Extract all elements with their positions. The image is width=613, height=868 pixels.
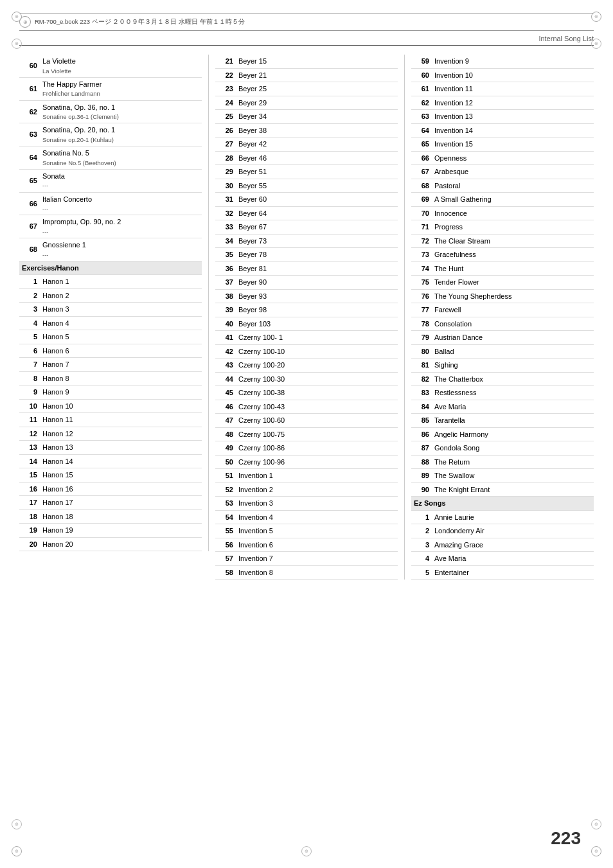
song-name: Sonatina No. 5Sonatine No.5 (Beethoven) (40, 146, 202, 170)
song-name: Beyer 51 (236, 165, 398, 179)
song-number: 72 (411, 234, 432, 248)
list-item: 47 Czerny 100-60 (215, 414, 398, 428)
song-name: Sonatina, Op. 36, no. 1Sonatine op.36-1 … (40, 100, 202, 123)
list-item: 45 Czerny 100-38 (215, 386, 398, 400)
col2-songs-table: 21 Beyer 15 22 Beyer 21 23 Beyer 25 24 B… (215, 55, 398, 580)
song-number: 81 (411, 359, 432, 373)
song-name: Ave Maria (432, 400, 594, 414)
list-item: 51 Invention 1 (215, 469, 398, 483)
song-name: Hanon 20 (40, 537, 202, 551)
list-item: 85 Tarantella (411, 414, 594, 428)
song-name: Czerny 100-10 (236, 344, 398, 359)
list-item: 32 Beyer 64 (215, 206, 398, 220)
song-name: Progress (432, 220, 594, 235)
list-item: 71 Progress (411, 220, 594, 235)
side-mark-br: ⊕ (591, 819, 601, 829)
list-item: 36 Beyer 81 (215, 261, 398, 276)
song-number: 31 (215, 193, 236, 207)
song-name: Czerny 100-75 (236, 427, 398, 441)
song-number: 36 (215, 261, 236, 276)
list-item: 41 Czerny 100- 1 (215, 331, 398, 345)
side-mark-tl: ⊕ (12, 39, 22, 49)
list-item: 52 Invention 2 (215, 483, 398, 497)
list-item: 58 Invention 8 (215, 565, 398, 580)
song-name: Arabesque (432, 165, 594, 179)
song-number: 1 (411, 510, 432, 524)
song-name: Beyer 81 (236, 261, 398, 276)
section-header-row: Exercises/Hanon (19, 261, 202, 275)
song-number: 24 (215, 96, 236, 110)
song-name: Hanon 3 (40, 303, 202, 317)
song-name: Hanon 6 (40, 344, 202, 358)
list-item: 76 The Young Shepherdess (411, 289, 594, 303)
song-number: 3 (19, 303, 40, 317)
song-name: Tender Flower (432, 276, 594, 290)
song-name: Openness (432, 151, 594, 165)
song-name: Sighing (432, 359, 594, 373)
song-number: 84 (411, 400, 432, 414)
song-number: 90 (411, 483, 432, 497)
list-item: 43 Czerny 100-20 (215, 359, 398, 373)
list-item: 62 Sonatina, Op. 36, no. 1Sonatine op.36… (19, 100, 202, 123)
song-name: The Swallow (432, 469, 594, 483)
song-name: Czerny 100-43 (236, 400, 398, 414)
page-number: 223 (551, 828, 581, 849)
song-name: Gracefulness (432, 248, 594, 262)
list-item: 34 Beyer 73 (215, 234, 398, 248)
list-item: 66 Openness (411, 151, 594, 165)
song-name: Hanon 9 (40, 385, 202, 400)
song-name: Beyer 90 (236, 276, 398, 290)
page-title: Internal Song List (19, 35, 594, 42)
list-item: 19 Hanon 19 (19, 524, 202, 538)
song-number: 2 (19, 288, 40, 303)
list-item: 28 Beyer 46 (215, 151, 398, 165)
song-number: 76 (411, 289, 432, 303)
song-name: Londonderry Air (432, 524, 594, 538)
columns-container: 60 La VioletteLa Violette 61 The Happy F… (19, 55, 594, 580)
list-item: 9 Hanon 9 (19, 385, 202, 400)
song-number: 39 (215, 303, 236, 317)
song-number: 23 (215, 82, 236, 96)
list-item: 48 Czerny 100-75 (215, 427, 398, 441)
list-item: 13 Hanon 13 (19, 441, 202, 455)
song-name: Angelic Harmony (432, 427, 594, 441)
song-number: 65 (411, 137, 432, 152)
section-header-row: Ez Songs (411, 497, 594, 510)
song-number: 68 (411, 179, 432, 193)
side-mark-bl: ⊕ (12, 819, 22, 829)
song-number: 41 (215, 331, 236, 345)
song-number: 33 (215, 220, 236, 235)
song-number: 48 (215, 427, 236, 441)
song-number: 67 (19, 215, 40, 238)
list-item: 83 Restlessness (411, 386, 594, 400)
song-name: Sonatina, Op. 20, no. 1Sonatine op.20-1 … (40, 123, 202, 146)
song-number: 47 (215, 414, 236, 428)
song-name: Invention 4 (236, 510, 398, 524)
list-item: 75 Tender Flower (411, 276, 594, 290)
song-name: Gnossienne 1--- (40, 238, 202, 261)
corner-mark-tl: ⊕ (12, 12, 22, 22)
list-item: 38 Beyer 93 (215, 289, 398, 303)
list-item: 87 Gondola Song (411, 441, 594, 456)
song-number: 69 (411, 193, 432, 207)
song-number: 82 (411, 372, 432, 386)
list-item: 20 Hanon 20 (19, 537, 202, 551)
song-name: Annie Laurie (432, 510, 594, 524)
list-item: 21 Beyer 15 (215, 55, 398, 68)
song-number: 55 (215, 524, 236, 538)
list-item: 60 Invention 10 (411, 68, 594, 82)
list-item: 4 Ave Maria (411, 552, 594, 566)
list-item: 29 Beyer 51 (215, 165, 398, 179)
song-number: 58 (215, 565, 236, 580)
song-name: Invention 7 (236, 552, 398, 566)
ez-section-header: Ez Songs (411, 497, 594, 510)
song-number: 45 (215, 386, 236, 400)
col1-songs-table: 60 La VioletteLa Violette 61 The Happy F… (19, 55, 202, 261)
list-item: 31 Beyer 60 (215, 193, 398, 207)
song-number: 62 (411, 96, 432, 110)
list-item: 77 Farewell (411, 303, 594, 317)
list-item: 18 Hanon 18 (19, 509, 202, 524)
song-number: 5 (411, 565, 432, 580)
song-number: 15 (19, 468, 40, 483)
song-name: The Happy FarmerFröhlicher Landmann (40, 77, 202, 100)
